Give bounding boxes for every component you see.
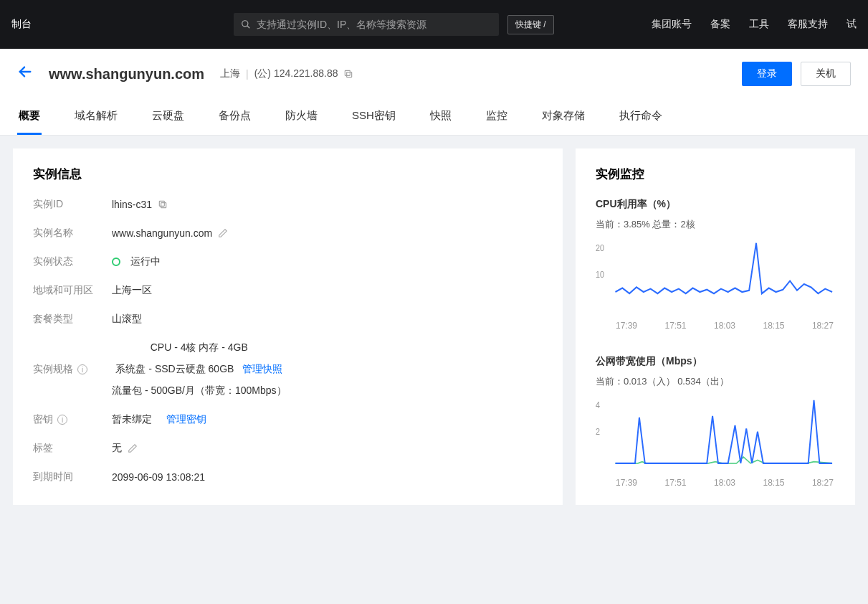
tabs: 概要 域名解析 云硬盘 备份点 防火墙 SSH密钥 快照 监控 对象存储 执行命… xyxy=(17,102,851,135)
shutdown-button[interactable]: 关机 xyxy=(801,62,851,86)
console-label: 制台 xyxy=(11,18,234,31)
row-expire: 到期时间 2099-06-09 13:08:21 xyxy=(33,471,543,483)
value: www.shangunyun.com xyxy=(112,227,212,239)
content: 实例信息 实例ID lhins-c31 实例名称 www.shangunyun.… xyxy=(0,136,868,518)
value: lhins-c31 xyxy=(112,199,152,210)
copy-icon[interactable] xyxy=(158,199,168,209)
search-box[interactable] xyxy=(234,13,499,36)
x-tick: 18:03 xyxy=(714,478,735,488)
value: 山滚型 xyxy=(112,313,142,326)
label: 实例名称 xyxy=(33,227,112,240)
tab-cbs[interactable]: 云硬盘 xyxy=(151,102,186,135)
x-tick: 17:39 xyxy=(616,478,637,488)
value: 无 xyxy=(112,442,122,455)
tab-backup[interactable]: 备份点 xyxy=(217,102,252,135)
label: 实例ID xyxy=(33,198,112,211)
panel-title: 实例信息 xyxy=(33,166,543,182)
manage-snapshot-link[interactable]: 管理快照 xyxy=(242,363,282,374)
row-instance-id: 实例ID lhins-c31 xyxy=(33,198,543,211)
search-input[interactable] xyxy=(257,19,492,30)
cpu-chart: 20 10 xyxy=(596,237,835,316)
topbar-link[interactable]: 试 xyxy=(846,18,857,31)
cpu-chart-title: CPU利用率（%） xyxy=(596,198,835,211)
y-tick: 2 xyxy=(596,428,600,437)
tab-sshkey[interactable]: SSH密钥 xyxy=(350,102,397,135)
login-button[interactable]: 登录 xyxy=(742,62,792,86)
svg-line-1 xyxy=(247,26,250,29)
topbar-links: 集团账号 备案 工具 客服支持 试 xyxy=(652,18,857,31)
status-dot-icon xyxy=(112,258,120,266)
x-tick: 17:51 xyxy=(664,321,686,331)
bw-chart: 4 2 xyxy=(596,394,835,473)
row-spec: 实例规格 i CPU - 4核 内存 - 4GB 系统盘 - SSD云硬盘 60… xyxy=(33,341,543,397)
x-tick: 18:15 xyxy=(763,321,784,331)
tab-exec[interactable]: 执行命令 xyxy=(618,102,664,135)
bw-chart-title: 公网带宽使用（Mbps） xyxy=(596,355,835,368)
cpu-chart-subtitle: 当前：3.85% 总量：2核 xyxy=(596,218,835,231)
tab-cos[interactable]: 对象存储 xyxy=(540,102,586,135)
x-tick: 18:27 xyxy=(812,478,834,488)
label: 地域和可用区 xyxy=(33,284,112,297)
tab-dns[interactable]: 域名解析 xyxy=(73,102,119,135)
spec-disk: 系统盘 - SSD云硬盘 60GB xyxy=(115,363,234,374)
tab-monitor[interactable]: 监控 xyxy=(485,102,509,135)
topbar-link[interactable]: 备案 xyxy=(710,18,730,31)
cpu-x-ticks: 17:39 17:51 18:03 18:15 18:27 xyxy=(596,318,835,331)
svg-point-0 xyxy=(242,21,248,27)
svg-rect-4 xyxy=(345,70,350,75)
y-tick: 20 xyxy=(596,243,604,253)
label: 实例状态 xyxy=(33,255,112,268)
label: 到期时间 xyxy=(33,471,112,483)
x-tick: 17:39 xyxy=(616,321,637,331)
row-tag: 标签 无 xyxy=(33,442,543,455)
x-tick: 17:51 xyxy=(664,478,686,488)
monitor-panel: 实例监控 CPU利用率（%） 当前：3.85% 总量：2核 20 10 17:3… xyxy=(576,148,855,505)
panel-title: 实例监控 xyxy=(596,166,835,182)
y-tick: 10 xyxy=(596,270,604,280)
spec-traffic: 流量包 - 500GB/月（带宽：100Mbps） xyxy=(112,384,287,397)
topbar-link[interactable]: 集团账号 xyxy=(652,18,692,31)
bw-chart-subtitle: 当前：0.013（入） 0.534（出） xyxy=(596,375,835,388)
tab-overview[interactable]: 概要 xyxy=(17,102,42,135)
pencil-icon[interactable] xyxy=(128,443,138,453)
back-arrow-icon[interactable] xyxy=(17,64,33,84)
topbar-link[interactable]: 客服支持 xyxy=(788,18,828,31)
label: 标签 xyxy=(33,442,112,455)
row-key: 密钥 i 暂未绑定 管理密钥 xyxy=(33,413,543,426)
x-tick: 18:03 xyxy=(714,321,735,331)
row-instance-name: 实例名称 www.shangunyun.com xyxy=(33,227,543,240)
instance-info-panel: 实例信息 实例ID lhins-c31 实例名称 www.shangunyun.… xyxy=(13,148,563,505)
separator: | xyxy=(246,68,249,80)
value: 暂未绑定 xyxy=(112,413,152,426)
y-tick: 4 xyxy=(596,400,601,410)
region-label: 上海 xyxy=(220,67,240,80)
row-zone: 地域和可用区 上海一区 xyxy=(33,284,543,297)
svg-rect-3 xyxy=(347,72,352,77)
copy-icon[interactable] xyxy=(343,69,353,79)
page-header: www.shangunyun.com 上海 | (公) 124.221.88.8… xyxy=(0,49,868,136)
tab-firewall[interactable]: 防火墙 xyxy=(284,102,319,135)
bw-out-line xyxy=(616,400,833,463)
cpu-line xyxy=(616,243,833,293)
svg-rect-5 xyxy=(161,203,166,208)
x-tick: 18:27 xyxy=(812,321,834,331)
label: 实例规格 xyxy=(33,363,73,376)
info-icon[interactable]: i xyxy=(77,364,87,374)
header-meta: 上海 | (公) 124.221.88.88 xyxy=(220,67,353,80)
value: 运行中 xyxy=(130,255,161,268)
value: 2099-06-09 13:08:21 xyxy=(112,471,205,483)
ip-label: (公) 124.221.88.88 xyxy=(254,67,338,80)
bw-x-ticks: 17:39 17:51 18:03 18:15 18:27 xyxy=(596,475,835,488)
tab-snapshot[interactable]: 快照 xyxy=(429,102,453,135)
row-status: 实例状态 运行中 xyxy=(33,255,543,268)
manage-key-link[interactable]: 管理密钥 xyxy=(166,413,206,426)
row-package: 套餐类型 山滚型 xyxy=(33,313,543,326)
shortcut-badge: 快捷键 / xyxy=(507,15,554,34)
info-icon[interactable]: i xyxy=(57,415,67,425)
header-actions: 登录 关机 xyxy=(742,62,851,86)
search-icon xyxy=(241,19,251,29)
topbar: 制台 快捷键 / 集团账号 备案 工具 客服支持 试 xyxy=(0,0,868,49)
pencil-icon[interactable] xyxy=(218,228,228,238)
svg-rect-6 xyxy=(159,201,164,206)
topbar-link[interactable]: 工具 xyxy=(749,18,769,31)
